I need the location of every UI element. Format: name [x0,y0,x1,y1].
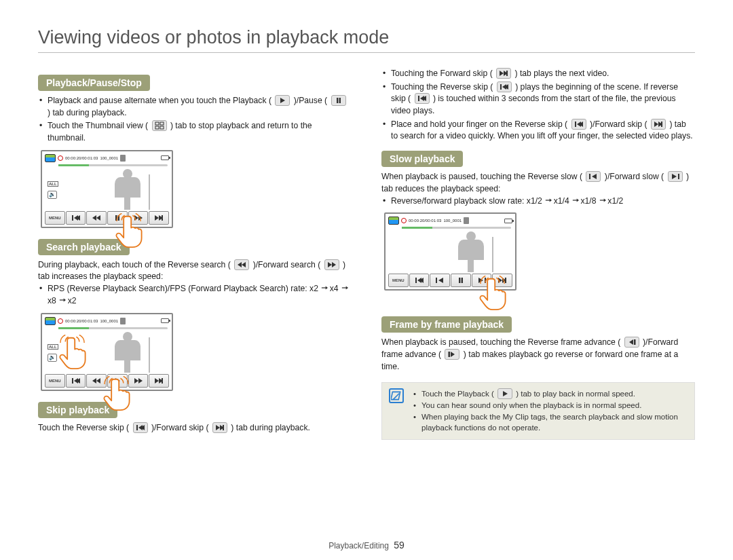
forward-frame-icon [445,349,459,360]
arrow-icon [544,195,551,208]
file-number: 100_0001 [100,319,118,323]
record-indicator-icon [401,218,407,223]
page-footer: Playback/Editing 59 [0,540,733,550]
touch-hand-icon [478,276,508,311]
reverse-slow-icon [586,171,601,182]
touch-hand-icon [102,376,132,411]
note-box: Touch the Playback ( ) tab to play back … [381,382,695,440]
menu-button[interactable]: MENU [45,374,65,388]
heading-frame-by-frame: Frame by frame playback [381,316,512,333]
text: ) tab during playback. [48,108,127,117]
arrow-icon [571,195,578,208]
frame-by-frame-intro: When playback is paused, touching the Re… [381,337,695,373]
sd-card-icon [120,318,126,324]
arrow-icon [58,295,65,307]
person-silhouette [109,332,146,373]
text: Playback and pause alternate when you to… [48,96,271,105]
reverse-search-button[interactable] [86,211,107,225]
slow-playback-intro: When playback is paused, touching the Re… [381,171,695,195]
text: )/Pause ( [294,96,327,105]
reverse-skip-button[interactable] [66,374,86,388]
play-icon [497,388,512,399]
play-icon [275,95,290,106]
battery-icon [161,155,169,160]
battery-icon [161,318,169,323]
forward-skip-icon [496,68,511,79]
skip-playback-list: Touching the Forward skip ( ) tab plays … [381,68,695,143]
playback-screen-illustration-3: 00:00:20/00:01:03 100_0001 MENU [384,212,516,291]
forward-skip-icon [651,119,666,130]
progress-bar[interactable] [58,164,168,166]
playback-screen-illustration-2: 00:00:20/00:01:03 100_0001 ALL 🔉 MENU [41,313,173,391]
sd-card-icon [120,155,126,162]
note-item: When playing back the My Clip tags, the … [413,411,688,434]
timecode: 00:00:20/00:01:03 [65,156,98,160]
battery-icon [504,219,512,223]
left-column: Playback/Pause/Stop Playback and pause a… [38,68,352,440]
pause-icon [331,95,346,106]
arrow-icon [599,195,605,208]
volume-icon[interactable]: 🔉 [48,354,57,362]
touch-hand-icon [58,335,88,370]
playback-screen-illustration-1: 00:00:20/00:01:03 100_0001 ALL 🔉 MENU [41,150,173,228]
record-indicator-icon [58,155,63,161]
all-label: ALL [48,344,58,350]
forward-slow-icon [668,171,683,182]
arrow-icon [320,283,327,295]
thumbnail-view-icon [152,120,167,131]
menu-button[interactable]: MENU [45,211,65,225]
page-number: 59 [394,540,405,550]
file-number: 100_0001 [443,219,462,223]
reverse-skip-icon [133,422,148,433]
sd-card-icon [464,217,469,224]
thumb-icon [45,317,56,325]
timecode: 00:00:20/00:01:03 [409,219,441,223]
right-column: Touching the Forward skip ( ) tab plays … [381,68,695,440]
timecode: 00:00:20/00:01:03 [65,319,98,323]
forward-skip-icon [212,422,227,433]
thumb-icon [388,217,399,225]
note-item: You can hear sound only when the playbac… [413,400,688,411]
page-title: Viewing videos or photos in playback mod… [38,27,695,53]
progress-bar[interactable] [58,327,168,329]
note-icon [389,388,404,403]
reverse-skip-icon [497,81,512,92]
reverse-frame-icon [624,337,639,348]
pause-button[interactable] [451,274,471,287]
search-playback-rates: RPS (Reverse Playback Search)/FPS (Forwa… [38,283,352,307]
slow-playback-rates: Reverse/forward playback slow rate: x1/2… [381,195,695,208]
forward-skip-button[interactable] [149,374,169,388]
menu-button[interactable]: MENU [388,274,409,287]
volume-icon[interactable]: 🔉 [48,191,57,199]
reverse-skip-icon [571,119,586,130]
file-number: 100_0001 [100,156,118,160]
footer-section: Playback/Editing [328,541,389,550]
playback-pause-stop-list: Playback and pause alternate when you to… [38,95,352,145]
reverse-slow-button[interactable] [430,274,450,287]
heading-playback-pause-stop: Playback/Pause/Stop [38,75,150,91]
search-playback-intro: During playback, each touch of the Rever… [38,259,352,283]
all-label: ALL [48,181,58,187]
thumb-icon [45,154,56,162]
skip-playback-intro: Touch the Reverse skip ( )/Forward skip … [38,422,352,434]
reverse-search-icon [234,259,249,270]
note-item: Touch the Playback ( ) tab to play back … [413,388,688,400]
arrow-icon [341,283,347,295]
reverse-skip-button[interactable] [66,211,86,225]
record-indicator-icon [58,318,63,324]
text: Touch the Thumbnail view ( [48,121,148,130]
progress-bar[interactable] [402,227,511,229]
heading-slow-playback: Slow playback [381,151,463,167]
forward-search-icon [324,259,339,270]
forward-skip-button[interactable] [149,211,169,225]
reverse-skip-button[interactable] [409,274,430,287]
reverse-skip-icon [415,93,430,104]
person-silhouette [109,169,146,210]
touch-hand-icon [115,213,145,248]
person-silhouette [452,231,489,272]
